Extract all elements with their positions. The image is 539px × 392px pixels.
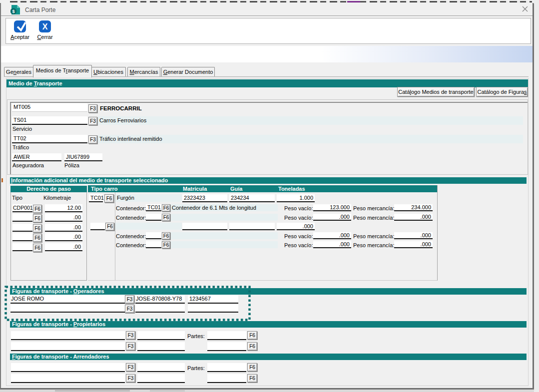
svg-text:$: $ (12, 9, 14, 14)
svg-text:X: X (42, 22, 48, 31)
